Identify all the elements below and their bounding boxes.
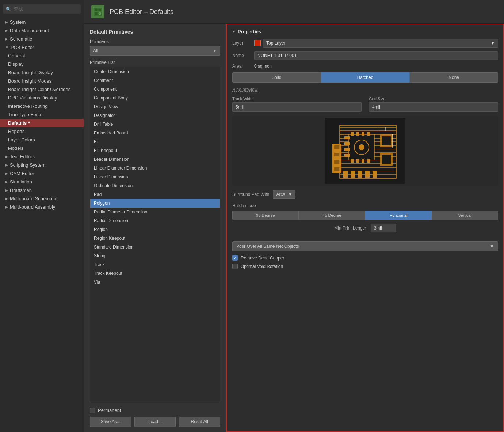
sidebar-item-scripting-system[interactable]: ▶ Scripting System <box>0 161 84 169</box>
svg-rect-3 <box>95 12 98 15</box>
hatch-vertical-button[interactable]: Vertical <box>432 211 498 220</box>
expand-arrow-icon: ▶ <box>5 171 8 175</box>
sidebar-item-cam-editor[interactable]: ▶ CAM Editor <box>0 169 84 178</box>
fill-none-button[interactable]: None <box>409 72 498 83</box>
primitive-list-item[interactable]: Drill Table <box>90 120 220 129</box>
sidebar-item-board-insight-modes[interactable]: Board Insight Modes <box>0 77 84 85</box>
svg-rect-27 <box>344 136 350 139</box>
primitive-list-item[interactable]: Region <box>90 225 220 234</box>
primitive-list-item[interactable]: Design View <box>90 102 220 111</box>
search-input[interactable] <box>14 6 78 12</box>
sidebar-item-board-insight-display[interactable]: Board Insight Display <box>0 68 84 77</box>
page-header: PCB Editor – Defaults <box>84 0 504 24</box>
name-row: Name <box>232 51 498 60</box>
layer-row: Layer Top Layer ▼ <box>232 39 498 48</box>
expand-arrow-icon: ▶ <box>5 155 8 159</box>
sidebar-item-label: Scripting System <box>10 162 46 168</box>
sidebar-item-reports[interactable]: Reports <box>0 127 84 136</box>
primitive-list-item[interactable]: Radial Diameter Dimension <box>90 208 220 216</box>
remove-dead-copper-checkbox[interactable] <box>232 255 238 261</box>
load-button[interactable]: Load... <box>134 417 176 427</box>
primitive-list-item[interactable]: Track <box>90 260 220 269</box>
sidebar-item-layer-colors[interactable]: Layer Colors <box>0 136 84 144</box>
primitive-list-item[interactable]: Fill <box>90 137 220 146</box>
hatch-45-button[interactable]: 45 Degree <box>299 211 365 220</box>
primitive-list-item[interactable]: Linear Dimension <box>90 173 220 181</box>
primitive-list-item[interactable]: Fill Keepout <box>90 146 220 155</box>
fill-hatched-button[interactable]: Hatched <box>321 72 410 83</box>
primitive-list-item[interactable]: Designator <box>90 111 220 120</box>
svg-rect-38 <box>365 171 370 178</box>
primitives-panel-title: Default Primitives <box>90 29 220 35</box>
track-width-input[interactable] <box>232 102 362 112</box>
sidebar-item-label: Simulation <box>10 179 32 185</box>
grid-size-input[interactable] <box>369 102 498 112</box>
primitive-list-item[interactable]: Leader Dimension <box>90 155 220 164</box>
primitive-list-item[interactable]: Pad <box>90 190 220 199</box>
hatch-horizontal-button[interactable]: Horizontal <box>365 211 432 220</box>
pour-over-value: Pour Over All Same Net Objects <box>236 244 299 249</box>
primitive-list-item[interactable]: Center Dimension <box>90 67 220 76</box>
primitive-list-item[interactable]: Component Body <box>90 94 220 102</box>
sidebar-item-label: Board Insight Color Overrides <box>8 87 70 92</box>
permanent-checkbox[interactable] <box>90 408 95 413</box>
primitive-list-item[interactable]: Standard Dimension <box>90 243 220 251</box>
sidebar-item-draftsman[interactable]: ▶ Draftsman <box>0 186 84 194</box>
sidebar-item-models[interactable]: Models <box>0 144 84 152</box>
svg-rect-20 <box>356 132 359 136</box>
primitive-list-item[interactable]: Component <box>90 85 220 94</box>
pcb-preview <box>232 116 498 186</box>
sidebar-item-system[interactable]: ▶ System <box>0 18 84 26</box>
hatch-mode-buttons: 90 Degree 45 Degree Horizontal Vertical <box>232 211 498 220</box>
sidebar-item-multi-board-assembly[interactable]: ▶ Multi-board Assembly <box>0 203 84 211</box>
sidebar-item-multi-board-schematic[interactable]: ▶ Multi-board Schematic <box>0 194 84 203</box>
sidebar-item-interactive-routing[interactable]: Interactive Routing <box>0 102 84 110</box>
sidebar-item-display[interactable]: Display <box>0 60 84 68</box>
hatch-90-button[interactable]: 90 Degree <box>232 211 299 220</box>
primitive-list-item[interactable]: Polygon <box>90 199 220 208</box>
layer-dropdown[interactable]: Top Layer ▼ <box>263 39 498 48</box>
name-input[interactable] <box>254 51 498 60</box>
sidebar-item-drc-violations-display[interactable]: DRC Violations Display <box>0 94 84 102</box>
svg-rect-2 <box>98 8 101 11</box>
primitive-list-item[interactable]: String <box>90 251 220 260</box>
sidebar-item-pcb-editor[interactable]: ▼ PCB Editor <box>0 43 84 52</box>
remove-dead-copper-row: Remove Dead Copper <box>232 255 498 261</box>
sidebar-item-defaults[interactable]: Defaults * <box>0 119 84 127</box>
primitive-list-item[interactable]: Comment <box>90 76 220 85</box>
pour-over-dropdown[interactable]: Pour Over All Same Net Objects ▼ <box>232 241 498 251</box>
layer-color-indicator <box>254 40 261 46</box>
save-as-button[interactable]: Save As... <box>90 417 131 427</box>
primitive-list-item[interactable]: Via <box>90 278 220 287</box>
sidebar-item-simulation[interactable]: ▶ Simulation <box>0 178 84 186</box>
sidebar-item-label: Multi-board Assembly <box>10 204 55 210</box>
hide-preview-link[interactable]: Hide preview <box>232 87 498 92</box>
primitive-list-item[interactable]: Embedded Board <box>90 129 220 137</box>
sidebar-item-schematic[interactable]: ▶ Schematic <box>0 35 84 43</box>
optimal-void-rotation-checkbox[interactable] <box>232 264 238 269</box>
primitive-list-item[interactable]: Region Keepout <box>90 234 220 243</box>
reset-all-button[interactable]: Reset All <box>179 417 220 427</box>
min-prim-input[interactable] <box>371 224 396 232</box>
svg-rect-21 <box>362 132 364 136</box>
svg-rect-25 <box>362 159 364 163</box>
sidebar-item-true-type-fonts[interactable]: True Type Fonts <box>0 110 84 119</box>
primitive-list-item[interactable]: Linear Diameter Dimension <box>90 164 220 173</box>
sidebar-item-data-management[interactable]: ▶ Data Management <box>0 26 84 35</box>
primitives-panel: Default Primitives Primitives All ▼ Prim… <box>84 24 226 432</box>
sidebar-item-label: Display <box>8 61 24 67</box>
sidebar-item-label: CAM Editor <box>10 171 34 176</box>
primitive-list-item[interactable]: Radial Dimension <box>90 216 220 225</box>
surround-pad-dropdown[interactable]: Arcs ▼ <box>273 190 295 199</box>
primitive-list-item[interactable]: Ordinate Dimension <box>90 181 220 190</box>
sidebar-item-general[interactable]: General <box>0 52 84 60</box>
sidebar-item-label: Draftsman <box>10 187 32 193</box>
primitives-filter-dropdown[interactable]: All ▼ <box>90 46 220 56</box>
primitive-list-item[interactable]: Track Keepout <box>90 269 220 278</box>
sidebar-item-board-insight-color-overrides[interactable]: Board Insight Color Overrides <box>0 85 84 94</box>
svg-rect-39 <box>373 171 377 178</box>
search-icon: 🔍 <box>6 7 11 12</box>
fill-solid-button[interactable]: Solid <box>232 72 321 83</box>
sidebar-item-text-editors[interactable]: ▶ Text Editors <box>0 152 84 161</box>
search-bar[interactable]: 🔍 <box>3 4 81 14</box>
